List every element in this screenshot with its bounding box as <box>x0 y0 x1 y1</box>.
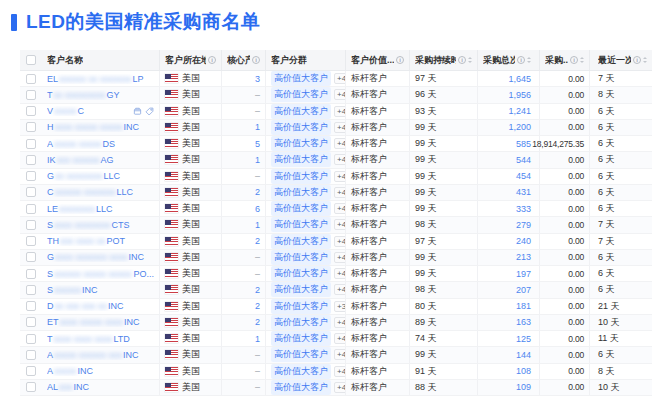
segment-tag[interactable]: 高价值大客户 <box>271 169 331 184</box>
company-icon[interactable] <box>133 107 142 116</box>
segment-more-badge[interactable]: +4 <box>334 366 346 377</box>
row-checkbox[interactable] <box>26 382 36 392</box>
sort-icon[interactable] <box>468 57 472 63</box>
info-icon[interactable] <box>396 56 404 64</box>
column-header-last[interactable]: 最近一次采... <box>590 50 652 70</box>
info-icon[interactable] <box>252 56 260 64</box>
segment-more-badge[interactable]: +4 <box>334 122 346 133</box>
customer-name-link[interactable]: VxxxxxC <box>47 106 130 116</box>
segment-tag[interactable]: 高价值大客户 <box>271 152 331 167</box>
column-header-duration[interactable]: 采购持续时间 <box>410 50 478 70</box>
core-products-count[interactable]: 1 <box>255 334 260 344</box>
purchase-count-link[interactable]: 144 <box>516 350 531 360</box>
purchase-count-link[interactable]: 207 <box>516 285 531 295</box>
customer-name-link[interactable]: ALxxxINC <box>47 382 154 392</box>
customer-name-link[interactable]: Axxxxx xxxxxDS <box>47 139 154 149</box>
segment-more-badge[interactable]: +4 <box>334 236 346 247</box>
info-icon[interactable] <box>517 56 525 64</box>
row-checkbox[interactable] <box>26 90 36 100</box>
segment-more-badge[interactable]: +4 <box>334 106 346 117</box>
row-checkbox[interactable] <box>26 236 36 246</box>
purchase-count-link[interactable]: 454 <box>516 171 531 181</box>
tag-icon[interactable] <box>145 107 154 116</box>
segment-more-badge[interactable]: +4 <box>334 154 346 165</box>
customer-name-link[interactable]: ETxxxx xxxxx xxxxINC <box>47 317 154 327</box>
segment-tag[interactable]: 高价值大客户 <box>271 234 331 249</box>
segment-tag[interactable]: 高价值大客户 <box>271 347 331 362</box>
segment-tag[interactable]: 高价值大客户 <box>271 299 331 314</box>
core-products-count[interactable]: 5 <box>255 139 260 149</box>
purchase-count-link[interactable]: 1,645 <box>508 74 531 84</box>
core-products-count[interactable]: 1 <box>255 220 260 230</box>
purchase-count-link[interactable]: 163 <box>516 317 531 327</box>
row-checkbox[interactable] <box>26 366 36 376</box>
row-checkbox[interactable] <box>26 220 36 230</box>
segment-more-badge[interactable]: +4 <box>334 89 346 100</box>
segment-more-badge[interactable]: +4 <box>334 219 346 230</box>
purchase-count-link[interactable]: 109 <box>516 382 531 392</box>
segment-tag[interactable]: 高价值大客户 <box>271 282 331 297</box>
core-products-count[interactable]: 1 <box>255 122 260 132</box>
segment-tag[interactable]: 高价值大客户 <box>271 71 331 86</box>
customer-name-link[interactable]: Dxx xxx xxx xxINC <box>47 301 154 311</box>
info-icon[interactable] <box>633 56 641 64</box>
customer-name-link[interactable]: Cxxxxxx xxxxxxxLLC <box>47 187 154 197</box>
select-all-checkbox[interactable] <box>26 55 36 65</box>
segment-more-badge[interactable]: +4 <box>334 349 346 360</box>
segment-tag[interactable]: 高价值大客户 <box>271 104 331 119</box>
purchase-count-link[interactable]: 1,200 <box>508 122 531 132</box>
core-products-count[interactable]: 3 <box>255 74 260 84</box>
column-header-count[interactable]: 采购总次数 <box>478 50 540 70</box>
row-checkbox[interactable] <box>26 204 36 214</box>
purchase-count-link[interactable]: 197 <box>516 269 531 279</box>
customer-name-link[interactable]: IKxxx xxxxxxAG <box>47 155 154 165</box>
customer-name-link[interactable]: SxxxxxxINC <box>47 285 154 295</box>
info-icon[interactable] <box>458 56 466 64</box>
segment-tag[interactable]: 高价值大客户 <box>271 250 331 265</box>
column-header-amount[interactable]: 采购... <box>540 50 590 70</box>
segment-tag[interactable]: 高价值大客户 <box>271 364 331 379</box>
row-checkbox[interactable] <box>26 334 36 344</box>
segment-tag[interactable]: 高价值大客户 <box>271 120 331 135</box>
purchase-count-link[interactable]: 240 <box>516 236 531 246</box>
purchase-count-link[interactable]: 544 <box>516 155 531 165</box>
row-checkbox[interactable] <box>26 187 36 197</box>
segment-more-badge[interactable]: +4 <box>334 252 346 263</box>
segment-more-badge[interactable]: +4 <box>334 284 346 295</box>
purchase-count-link[interactable]: 213 <box>516 252 531 262</box>
customer-name-link[interactable]: THxxx xxxx xxPOT <box>47 236 154 246</box>
sort-icon[interactable] <box>580 57 584 63</box>
purchase-count-link[interactable]: 279 <box>516 220 531 230</box>
row-checkbox[interactable] <box>26 106 36 116</box>
customer-name-link[interactable]: Axxxxx xxxxxx xxxINC <box>47 350 154 360</box>
row-checkbox[interactable] <box>26 74 36 84</box>
customer-name-link[interactable]: Hxxxx xxxxx xxxxxINC <box>47 122 154 132</box>
row-checkbox[interactable] <box>26 252 36 262</box>
purchase-count-link[interactable]: 585 <box>516 139 531 149</box>
row-checkbox[interactable] <box>26 122 36 132</box>
core-products-count[interactable]: 2 <box>255 317 260 327</box>
info-icon[interactable] <box>570 56 578 64</box>
row-checkbox[interactable] <box>26 285 36 295</box>
core-products-count[interactable]: 2 <box>255 301 260 311</box>
customer-name-link[interactable]: Sxxxx xxxxxxxxCTS <box>47 220 154 230</box>
customer-name-link[interactable]: Gxx xxxxxxxxLLC <box>47 171 154 181</box>
core-products-count[interactable]: 6 <box>255 204 260 214</box>
segment-tag[interactable]: 高价值大客户 <box>271 136 331 151</box>
segment-more-badge[interactable]: +4 <box>334 187 346 198</box>
segment-more-badge[interactable]: +4 <box>334 171 346 182</box>
sort-icon[interactable] <box>643 57 647 63</box>
segment-more-badge[interactable]: +4 <box>334 317 346 328</box>
info-icon[interactable] <box>208 56 216 64</box>
segment-tag[interactable]: 高价值大客户 <box>271 185 331 200</box>
row-checkbox[interactable] <box>26 171 36 181</box>
core-products-count[interactable]: 2 <box>255 236 260 246</box>
customer-name-link[interactable]: ELxxxxxx xx xxxxxxxLP <box>47 74 154 84</box>
segment-tag[interactable]: 高价值大客户 <box>271 217 331 232</box>
sort-icon[interactable] <box>527 57 531 63</box>
purchase-count-link[interactable]: 333 <box>516 204 531 214</box>
row-checkbox[interactable] <box>26 301 36 311</box>
segment-tag[interactable]: 高价值大客户 <box>271 331 331 346</box>
customer-name-link[interactable]: Txx xxxxxxxxxGY <box>47 90 154 100</box>
customer-name-link[interactable]: Txxxx xxxx xxxxLTD <box>47 334 154 344</box>
